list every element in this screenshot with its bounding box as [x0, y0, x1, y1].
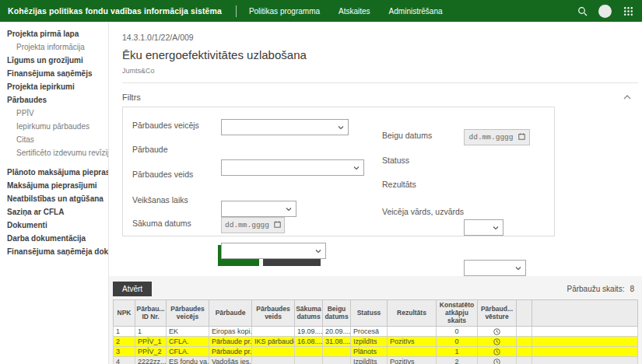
top-bar: Kohēzijas politikas fondu vadības inform… [0, 0, 642, 22]
cell-rezultats [388, 347, 437, 357]
sidebar: Projekta pirmā lapa Projekta informācija… [0, 22, 109, 364]
nav-politikas-programma[interactable]: Politikas programma [249, 7, 320, 16]
label-rezultats: Rezultāts [382, 180, 416, 189]
cell-id: 1 [135, 327, 167, 337]
history-icon[interactable] [493, 348, 500, 355]
sakuma-datums-input[interactable]: dd.mm.gggg [221, 217, 285, 233]
cell-beigu: 20.09.... [323, 327, 351, 337]
cell-empty [517, 357, 532, 364]
apps-grid-icon[interactable] [622, 5, 634, 17]
sidebar-item-projekta-iepirkumi[interactable]: Projekta iepirkumi [0, 80, 108, 93]
cell-id: PPĪV_1 [135, 337, 167, 347]
cell-veids [252, 357, 295, 364]
sidebar-item-citas[interactable]: Citas [0, 133, 108, 146]
cell-atkapju-skaits: 1 [437, 347, 478, 357]
col-parbaud-vesture[interactable]: Pārbaud... vēsture [478, 300, 517, 327]
sidebar-item-parbaudes[interactable]: Pārbaudes [0, 93, 108, 107]
cell-npk: 2 [114, 337, 135, 347]
rezultats-select[interactable] [464, 260, 526, 276]
parbaudes-veicejs-select[interactable] [221, 119, 349, 135]
nav-administresana[interactable]: Administrēšana [389, 7, 443, 16]
history-icon[interactable] [493, 359, 500, 364]
sidebar-item-sazina-ar-cfla[interactable]: Saziņa ar CFLA [0, 205, 108, 219]
col-parbaudes-veicejs[interactable]: Pārbaudes veicējs [167, 300, 209, 327]
beigu-datums-input[interactable]: dd.mm.gggg [464, 129, 530, 145]
col-parbaudes-veids[interactable]: Pārbaudes veids [252, 300, 295, 327]
history-icon[interactable] [493, 338, 500, 345]
sidebar-item-ligums-un-grozijumi[interactable]: Līgums un grozījumi [0, 54, 108, 67]
col-konstateto-atkapju-skaits[interactable]: Konstatēto atkāpju skaits [437, 300, 478, 327]
chevron-down-icon [353, 166, 360, 170]
col-parbaudes-id[interactable]: Pārbau... ID Nr. [135, 300, 167, 327]
cell-id: 2222zz... [135, 357, 167, 364]
col-parbaude[interactable]: Pārbaude [209, 300, 252, 327]
results-section: Atvērt Pārbaužu skaits:8 NPK Pārbau... I… [109, 276, 642, 364]
table-row[interactable]: 4 2222zz... ES fondu va... Vadošās ies..… [114, 357, 638, 364]
history-icon[interactable] [493, 328, 500, 335]
label-beigu-datums: Beigu datums [382, 131, 432, 140]
cell-rezultats: Pozitīvs [388, 357, 437, 364]
col-sakuma-datums[interactable]: Sākuma datums [295, 300, 323, 327]
project-code: 14.3.1.0/1/22/A/009 [122, 33, 642, 42]
cell-statuss: Izpildīts [351, 337, 388, 347]
search-icon[interactable] [576, 5, 588, 17]
chevron-up-icon[interactable] [623, 95, 631, 100]
col-npk[interactable]: NPK [114, 300, 135, 327]
label-parbaudes-veicejs: Pārbaudes veicējs [132, 121, 199, 130]
filter-title: Filtrs [122, 93, 141, 102]
results-count-label: Pārbaužu skaits: [567, 285, 625, 293]
cell-npk: 1 [114, 327, 135, 337]
user-avatar[interactable] [598, 5, 612, 18]
sidebar-item-sertificeto-izdevumu-revizija[interactable]: Sertificēto izdevumu revīzija [0, 146, 108, 159]
table-row[interactable]: 3 PPĪV_2 CFLA. Pārbaude pr... Plānots 1 [114, 347, 638, 357]
col-beigu-datums[interactable]: Beigu datums [323, 300, 351, 327]
cell-veids [252, 347, 295, 357]
col-statuss[interactable]: Statuss [351, 300, 388, 327]
cell-parbaude: Pārbaude pr... [209, 337, 252, 347]
table-row[interactable]: 1 1 EK Eiropas kopi... 19.09.... 20.09..… [114, 327, 638, 337]
cell-empty [517, 337, 532, 347]
cell-veicejs: EK [167, 327, 209, 337]
chevron-down-icon [515, 266, 521, 270]
statuss-select[interactable] [464, 219, 503, 236]
label-statuss: Statuss [382, 156, 409, 165]
cell-parbaude: Pārbaude pr... [209, 347, 252, 357]
label-parbaude: Pārbaude [132, 145, 168, 154]
sidebar-item-dokumenti[interactable]: Dokumenti [0, 219, 108, 232]
nav-atskaites[interactable]: Atskaites [339, 7, 370, 16]
sidebar-item-projekta-pirma-lapa[interactable]: Projekta pirmā lapa [0, 27, 108, 40]
sidebar-item-iepirkumu-parbaudes[interactable]: Iepirkumu pārbaudes [0, 120, 108, 133]
sidebar-item-ppiv[interactable]: PPĪV [0, 107, 108, 120]
label-sakuma-datums: Sākuma datums [132, 219, 191, 228]
cell-atkapju-skaits: 0 [437, 327, 478, 337]
cell-parbaude: Vadošās ies... [209, 357, 252, 364]
col-rezultats[interactable]: Rezultāts [388, 300, 437, 327]
sidebar-item-planoto-maksajuma-pieprasijumi[interactable]: Plānoto maksājuma pieprasījum... [0, 166, 108, 179]
parbaudes-veids-select[interactable] [221, 201, 296, 217]
chevron-down-icon [315, 249, 321, 253]
chevron-down-icon [493, 226, 499, 229]
chevron-down-icon [338, 125, 344, 129]
cell-veicejs: CFLA. [167, 347, 209, 357]
cell-empty [517, 347, 532, 357]
cell-parbaude: Eiropas kopi... [209, 327, 252, 337]
sidebar-item-neatbilstibas-un-atgusana[interactable]: Neatbilstības un atgūšana [0, 192, 108, 205]
cell-npk: 3 [114, 347, 135, 357]
sidebar-item-darba-dokumentacija[interactable]: Darba dokumentācija [0, 232, 108, 245]
cell-empty [532, 327, 638, 337]
cell-id: PPĪV_2 [135, 347, 167, 357]
top-nav: Politikas programma Atskaites Administrē… [249, 7, 443, 16]
sidebar-item-finansejuma-sanemeja-dokumenti[interactable]: Finansējuma saņēmēja dokume... [0, 245, 108, 258]
open-button[interactable]: Atvērt [113, 282, 152, 296]
veiksanas-laiks-select[interactable] [221, 243, 326, 259]
sidebar-item-maksajuma-pieprasijumi[interactable]: Maksājuma pieprasījumi [0, 179, 108, 192]
sidebar-item-finansejuma-sanemejs[interactable]: Finansējuma saņēmējs [0, 67, 108, 80]
cell-empty [532, 347, 638, 357]
project-subtitle: Jumts&Co [122, 67, 642, 75]
cell-beigu [323, 357, 351, 364]
cell-npk: 4 [114, 357, 135, 364]
parbaude-select[interactable] [221, 159, 364, 176]
sidebar-item-projekta-informacija[interactable]: Projekta informācija [0, 40, 108, 54]
table-row[interactable]: 2 PPĪV_1 CFLA. Pārbaude pr... IKS pārbau… [114, 337, 638, 347]
cell-atkapju-skaits: 0 [437, 337, 478, 347]
